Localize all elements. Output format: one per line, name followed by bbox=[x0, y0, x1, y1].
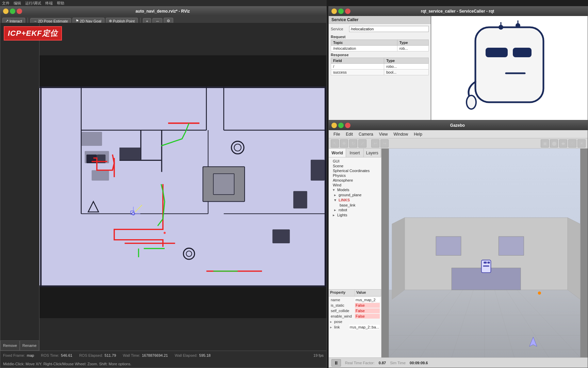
layers-tab[interactable]: Layers bbox=[364, 149, 381, 157]
fixed-frame-label: Fixed Frame: bbox=[3, 353, 25, 357]
os-menu-run[interactable]: 运行/调试 bbox=[25, 1, 41, 6]
gazebo-menu-file[interactable]: File bbox=[331, 131, 343, 137]
tree-spherical[interactable]: Spherical Coordinates bbox=[330, 168, 380, 173]
rviz-left-buttons: Remove Rename bbox=[0, 340, 39, 351]
rviz-status-bar: Fixed Frame: map ROS Time: 546.61 ROS El… bbox=[0, 351, 326, 368]
tree-lights[interactable]: ▸ Lights bbox=[330, 213, 380, 218]
rviz-displays-list[interactable] bbox=[0, 23, 39, 340]
prop-row-selfcollide: self_collide False bbox=[329, 308, 380, 313]
real-time-factor-value: 0.87 bbox=[379, 361, 386, 365]
svg-rect-1 bbox=[39, 287, 326, 318]
gazebo-menu-window[interactable]: Window bbox=[391, 131, 411, 137]
lights-expander: ▸ bbox=[333, 213, 336, 217]
rqt-minimize-button[interactable] bbox=[331, 9, 337, 14]
gazebo-maximize-button[interactable] bbox=[338, 123, 344, 128]
gz-light-tool[interactable]: ☀ bbox=[577, 139, 586, 148]
prop-val-name: rrus_map_2 bbox=[355, 297, 380, 302]
resp-type-header: Type bbox=[384, 58, 429, 64]
response-table: Field Type / robo... success bool... bbox=[331, 58, 429, 75]
gazebo-3d-viewport[interactable] bbox=[381, 149, 588, 357]
svg-rect-8 bbox=[325, 87, 326, 287]
gazebo-scene-svg bbox=[381, 149, 588, 357]
gazebo-menu-help[interactable]: Help bbox=[411, 131, 425, 137]
gazebo-minimize-button[interactable] bbox=[331, 123, 337, 128]
real-time-factor-label: Real Time Factor: bbox=[345, 361, 375, 365]
gazebo-close-button[interactable] bbox=[345, 123, 350, 128]
ros-time-status: ROS Time: 546.61 bbox=[41, 353, 72, 357]
tree-wind[interactable]: Wind bbox=[330, 183, 380, 187]
type-header: Type bbox=[397, 40, 428, 46]
gazebo-menu-edit[interactable]: Edit bbox=[343, 131, 356, 137]
world-tab[interactable]: World bbox=[329, 149, 346, 157]
tree-models[interactable]: ▾ Models bbox=[330, 187, 380, 193]
service-caller-panel: Service Caller Service Request Topic Typ… bbox=[329, 16, 431, 120]
svg-rect-26 bbox=[273, 229, 290, 243]
ros-time-value: 546.61 bbox=[61, 353, 72, 357]
rename-button[interactable]: Rename bbox=[20, 340, 39, 351]
prop-val-link: rrus_map_2::ba... bbox=[349, 325, 380, 329]
os-menu-help[interactable]: 帮助 bbox=[57, 1, 64, 6]
gz-select-tool[interactable]: ↖ bbox=[331, 139, 339, 148]
request-section: Request bbox=[331, 33, 429, 40]
ros-elapsed-label: ROS Elapsed: bbox=[79, 353, 103, 357]
prop-val-selfcollide: False bbox=[355, 308, 380, 313]
tree-ground-plane[interactable]: ▸ ground_plane bbox=[331, 193, 380, 198]
svg-rect-27 bbox=[293, 191, 307, 209]
tree-robot[interactable]: ▸ robot bbox=[331, 208, 380, 213]
tree-physics[interactable]: Physics bbox=[330, 173, 380, 178]
gazebo-play-pause-button[interactable]: ⏸ bbox=[331, 359, 341, 367]
service-input[interactable] bbox=[349, 26, 429, 32]
svg-point-46 bbox=[132, 212, 135, 215]
rqt-title: rqt_service_caller - ServiceCaller - rqt bbox=[350, 9, 565, 14]
os-menu-edit[interactable]: 编辑 bbox=[14, 1, 21, 6]
map-canvas[interactable] bbox=[39, 23, 326, 351]
link-expander[interactable]: ▸ bbox=[330, 325, 333, 329]
gz-sphere-tool[interactable]: ⬤ bbox=[550, 139, 558, 148]
svg-rect-21 bbox=[119, 160, 161, 161]
rviz-viewport[interactable] bbox=[39, 23, 326, 351]
gz-redo-tool[interactable]: ↪ bbox=[380, 139, 389, 148]
gz-pointcloud-tool[interactable]: ⁘ bbox=[568, 139, 576, 148]
tree-scene[interactable]: Scene bbox=[330, 164, 380, 168]
gazebo-window: Gazebo File Edit Camera View Window Help… bbox=[328, 120, 588, 368]
wall-time-label: Wall Time: bbox=[123, 353, 140, 357]
map-visualization bbox=[39, 23, 326, 351]
field-2: success bbox=[331, 70, 384, 75]
svg-rect-76 bbox=[499, 236, 524, 255]
gz-undo-tool[interactable]: ↩ bbox=[371, 139, 379, 148]
gz-move-tool[interactable]: ✥ bbox=[340, 139, 348, 148]
tree-links[interactable]: ▾ LINKS bbox=[331, 198, 380, 203]
svg-rect-50 bbox=[475, 27, 543, 102]
fixed-frame-value: map bbox=[27, 353, 34, 357]
gazebo-menu-camera[interactable]: Camera bbox=[356, 131, 376, 137]
rqt-close-button[interactable] bbox=[345, 9, 350, 14]
sim-time-value: 00:09:09.6 bbox=[410, 361, 428, 365]
rviz-maximize-button[interactable] bbox=[10, 9, 15, 14]
os-menu-file[interactable]: 文件 bbox=[2, 1, 10, 6]
gazebo-scene-tree: GUI Scene Spherical Coordinates Physics … bbox=[329, 157, 381, 219]
tree-base-link[interactable]: base_link bbox=[337, 203, 380, 208]
gazebo-properties-panel: Property Value name rrus_map_2 is_static… bbox=[329, 289, 381, 357]
gazebo-titlebar: Gazebo bbox=[329, 121, 588, 130]
rviz-close-button[interactable] bbox=[17, 9, 22, 14]
svg-rect-3 bbox=[81, 132, 102, 146]
gz-scale-tool[interactable]: ⤢ bbox=[358, 139, 366, 148]
gz-cylinder-tool[interactable]: ⬬ bbox=[559, 139, 567, 148]
gazebo-tabs: World Insert Layers bbox=[329, 149, 381, 157]
gazebo-menu-view[interactable]: View bbox=[376, 131, 391, 137]
os-menu-terminal[interactable]: 终端 bbox=[45, 1, 53, 6]
rviz-minimize-button[interactable] bbox=[3, 9, 9, 14]
svg-marker-74 bbox=[568, 218, 580, 300]
gz-rotate-tool[interactable]: ↻ bbox=[349, 139, 357, 148]
pose-expander[interactable]: ▸ bbox=[330, 320, 333, 324]
tree-links-group: base_link bbox=[331, 203, 380, 208]
gazebo-props-header: Property Value bbox=[329, 290, 381, 296]
tree-gui[interactable]: GUI bbox=[330, 159, 380, 164]
svg-rect-2 bbox=[39, 87, 326, 287]
insert-tab[interactable]: Insert bbox=[346, 149, 363, 157]
rqt-window-controls bbox=[331, 9, 350, 14]
gz-box-tool[interactable]: ▣ bbox=[541, 139, 549, 148]
rqt-maximize-button[interactable] bbox=[338, 9, 344, 14]
remove-button[interactable]: Remove bbox=[0, 340, 20, 351]
tree-atmosphere[interactable]: Atmosphere bbox=[330, 178, 380, 183]
